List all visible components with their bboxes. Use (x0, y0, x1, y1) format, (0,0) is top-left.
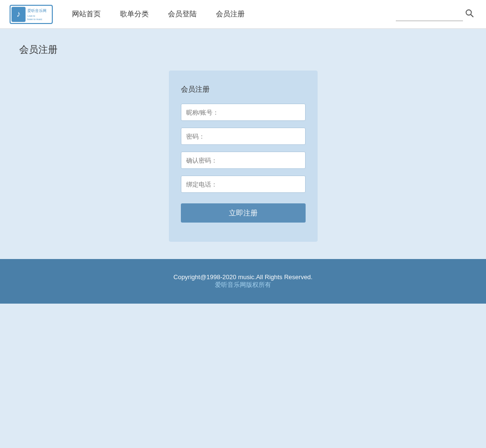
nickname-field (181, 104, 306, 121)
submit-button[interactable]: 立即注册 (181, 203, 306, 223)
nav-login[interactable]: 会员登陆 (168, 10, 197, 19)
footer-rights: 爱听音乐网版权所有 (10, 281, 476, 289)
password-input[interactable] (181, 128, 306, 145)
search-button[interactable] (463, 7, 476, 22)
search-input[interactable] (396, 8, 463, 21)
confirm-password-field (181, 152, 306, 169)
svg-point-5 (466, 10, 472, 15)
header: ♪ 爱听音乐网 Love to listen to music 网站首页 歌单分… (0, 0, 486, 29)
logo: ♪ 爱听音乐网 Love to listen to music (10, 5, 53, 24)
password-field (181, 128, 306, 145)
card-title: 会员注册 (181, 85, 306, 94)
register-card: 会员注册 立即注册 (169, 71, 318, 242)
footer: Copyright@1998-2020 music.All Rights Res… (0, 259, 486, 304)
search-icon (465, 9, 474, 18)
svg-text:Love to: Love to (27, 14, 35, 17)
page-title: 会员注册 (19, 43, 467, 56)
phone-field (181, 176, 306, 193)
logo-area: ♪ 爱听音乐网 Love to listen to music (10, 5, 53, 24)
search-area (396, 7, 476, 22)
svg-text:listen to music: listen to music (27, 18, 42, 20)
nav-category[interactable]: 歌单分类 (120, 10, 149, 19)
svg-text:♪: ♪ (16, 9, 21, 18)
nav-register[interactable]: 会员注册 (216, 10, 245, 19)
logo-svg: ♪ 爱听音乐网 Love to listen to music (11, 5, 52, 24)
main-content: 会员注册 会员注册 立即注册 (0, 29, 486, 259)
nav-home[interactable]: 网站首页 (72, 10, 101, 19)
svg-text:爱听音乐网: 爱听音乐网 (27, 9, 47, 13)
confirm-password-input[interactable] (181, 152, 306, 169)
nickname-input[interactable] (181, 104, 306, 121)
phone-input[interactable] (181, 176, 306, 193)
footer-copyright: Copyright@1998-2020 music.All Rights Res… (10, 273, 476, 281)
nav: 网站首页 歌单分类 会员登陆 会员注册 (72, 10, 396, 19)
svg-line-6 (471, 15, 474, 17)
